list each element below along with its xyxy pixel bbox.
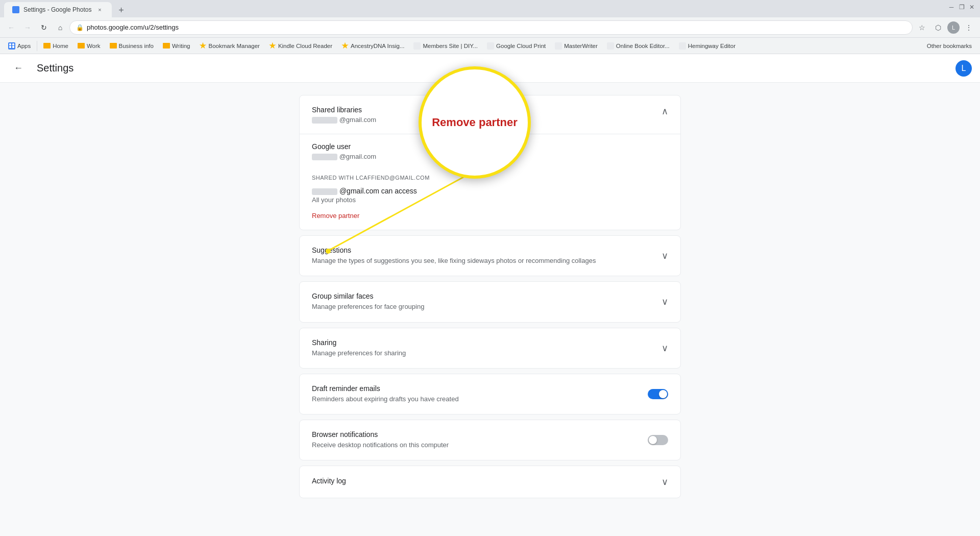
work-label: Work (87, 43, 101, 49)
settings-body: Shared libraries @gmail.com ∧ Google use… (291, 83, 689, 511)
sharing-desc: Manage preferences for sharing (312, 349, 662, 358)
bookmark-cloudprint[interactable]: Google Cloud Print (483, 40, 550, 52)
section-separator-4 (299, 370, 681, 374)
browser-notifications-content: Browser notifications Receive desktop no… (312, 430, 648, 450)
browser-notifications-title: Browser notifications (312, 430, 648, 438)
sharing-row[interactable]: Sharing Manage preferences for sharing ∨ (300, 328, 680, 368)
kindle-label: Kindle Cloud Reader (278, 43, 332, 49)
apps-icon (8, 42, 15, 50)
bookmark-bookeditor[interactable]: Online Book Editor... (603, 40, 674, 52)
writing-label: Writing (172, 43, 190, 49)
maximize-button[interactable]: ❐ (958, 3, 966, 11)
group-faces-content: Group similar faces Manage preferences f… (312, 292, 662, 311)
close-button[interactable]: ✕ (968, 3, 976, 11)
bookmark-manager[interactable]: Bookmark Manager (195, 40, 264, 52)
url-text: photos.google.com/u/2/settings (87, 23, 906, 31)
extension-puzzle-button[interactable]: ⬡ (931, 20, 945, 35)
toggle-thumb-off (649, 436, 657, 444)
bookmark-apps[interactable]: Apps (4, 40, 35, 52)
folder-icon (43, 43, 51, 48)
bookmark-home[interactable]: Home (39, 41, 72, 51)
window-controls: ─ ❐ ✕ (947, 3, 976, 11)
title-bar: Settings - Google Photos × + ─ ❐ ✕ (0, 0, 980, 17)
bookmark-work[interactable]: Work (74, 41, 105, 51)
tab-bar: Settings - Google Photos × + (4, 0, 128, 17)
draft-emails-toggle[interactable] (648, 389, 668, 399)
browser-notifications-row: Browser notifications Receive desktop no… (300, 420, 680, 460)
activity-log-section: Activity log ∨ (299, 466, 681, 498)
new-tab-button[interactable]: + (114, 3, 128, 17)
profile-button[interactable]: L (947, 21, 960, 34)
section-separator-5 (299, 416, 681, 420)
bookmark-business[interactable]: Business info (106, 41, 158, 51)
access-row: @gmail.com can access All your photos (300, 183, 680, 208)
sharing-content: Sharing Manage preferences for sharing (312, 338, 662, 358)
suggestions-content: Suggestions Manage the types of suggesti… (312, 246, 662, 265)
browser-notifications-section: Browser notifications Receive desktop no… (299, 420, 681, 460)
bookmark-writing[interactable]: Writing (159, 41, 194, 51)
back-button[interactable]: ← (8, 58, 29, 79)
user-avatar[interactable]: L (955, 60, 972, 77)
home-nav-button[interactable]: ⌂ (53, 20, 67, 35)
folder-icon (78, 43, 85, 48)
group-faces-row[interactable]: Group similar faces Manage preferences f… (300, 282, 680, 322)
favicon-icon (413, 42, 421, 50)
tab-title: Settings - Google Photos (23, 6, 91, 13)
bookeditor-label: Online Book Editor... (616, 43, 670, 49)
home-label: Home (53, 43, 68, 49)
bookmark-diy[interactable]: Members Site | DIY... (409, 40, 482, 52)
shared-libraries-header[interactable]: Shared libraries @gmail.com ∧ (300, 95, 680, 134)
group-faces-title: Group similar faces (312, 292, 662, 300)
folder-icon (110, 43, 117, 48)
bookmarks-bar: Apps Home Work Business info Writing Boo… (0, 38, 980, 54)
activity-log-chevron: ∨ (662, 476, 668, 488)
google-user-label: Google user (312, 142, 668, 151)
email-blur-2 (312, 154, 337, 160)
back-nav-button[interactable]: ← (4, 20, 18, 35)
forward-nav-button[interactable]: → (20, 20, 35, 35)
section-separator-3 (299, 324, 681, 328)
section-separator-2 (299, 277, 681, 281)
bookmark-masterwriter[interactable]: MasterWriter (551, 40, 602, 52)
remove-partner-button[interactable]: Remove partner (300, 208, 372, 230)
bookmark-ancestry[interactable]: AncestryDNA Insig... (337, 40, 408, 52)
header-right: L (955, 60, 972, 77)
reload-button[interactable]: ↻ (37, 20, 51, 35)
section-separator-6 (299, 461, 681, 466)
shared-libraries-chevron-up: ∧ (662, 106, 668, 117)
draft-emails-content: Draft reminder emails Reminders about ex… (312, 384, 648, 404)
google-user-email: @gmail.com (312, 153, 668, 160)
browser-frame: Settings - Google Photos × + ─ ❐ ✕ ← → ↻… (0, 0, 980, 54)
favicon-icon (487, 42, 494, 50)
other-label: Other bookmarks (927, 43, 972, 49)
suggestions-section: Suggestions Manage the types of suggesti… (299, 235, 681, 276)
page-content: ← Settings L Shared libraries @gmail.com… (0, 54, 980, 536)
tab-close-button[interactable]: × (95, 6, 104, 14)
draft-emails-desc: Reminders about expiring drafts you have… (312, 395, 648, 404)
other-bookmarks[interactable]: Other bookmarks (923, 41, 976, 51)
sharing-title: Sharing (312, 338, 662, 347)
cloudprint-label: Google Cloud Print (496, 43, 546, 49)
group-faces-desc: Manage preferences for face grouping (312, 302, 662, 311)
suggestions-title: Suggestions (312, 246, 662, 254)
partner-entry: Google user @gmail.com (300, 134, 680, 168)
access-email: @gmail.com can access (312, 187, 668, 195)
bookmark-hemingway[interactable]: Hemingway Editor (675, 40, 740, 52)
browser-notifications-toggle[interactable] (648, 435, 668, 445)
active-tab[interactable]: Settings - Google Photos × (4, 2, 112, 17)
page-title: Settings (37, 62, 74, 74)
star-icon (200, 42, 207, 50)
bookmark-star-button[interactable]: ☆ (915, 20, 929, 35)
ancestry-label: AncestryDNA Insig... (351, 43, 404, 49)
sharing-chevron: ∨ (662, 343, 668, 354)
star-icon (269, 42, 276, 50)
bookmark-kindle[interactable]: Kindle Cloud Reader (265, 40, 336, 52)
activity-log-row[interactable]: Activity log ∨ (300, 466, 680, 498)
diy-label: Members Site | DIY... (423, 43, 478, 49)
address-bar[interactable]: 🔒 photos.google.com/u/2/settings (69, 20, 913, 35)
suggestions-row[interactable]: Suggestions Manage the types of suggesti… (300, 236, 680, 276)
star-icon (341, 42, 349, 50)
minimize-button[interactable]: ─ (947, 3, 955, 11)
menu-button[interactable]: ⋮ (962, 20, 976, 35)
lock-icon: 🔒 (76, 24, 84, 31)
